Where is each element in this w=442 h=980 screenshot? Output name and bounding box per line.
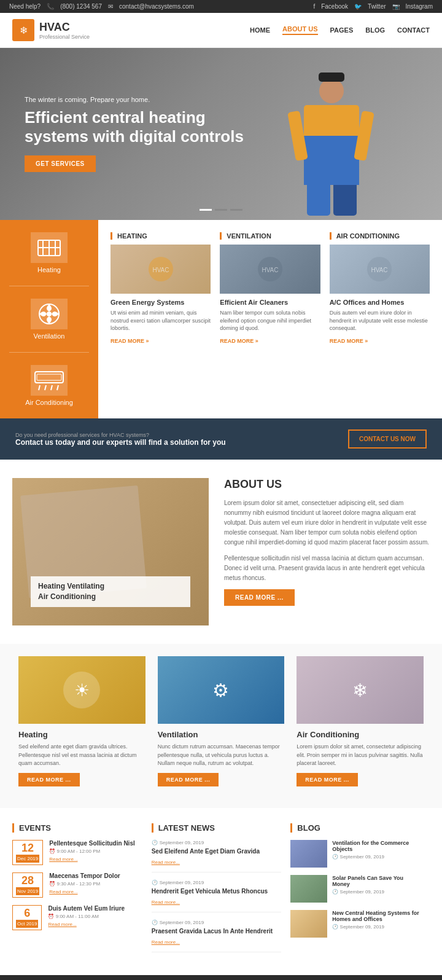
event-date-box-3: 6 Oct 2019: [12, 905, 42, 930]
email-address: contact@hvacsystems.com: [119, 3, 194, 10]
event-date-box-2: 28 Nov 2019: [12, 872, 43, 898]
tw-label[interactable]: Twitter: [368, 3, 386, 10]
service-card-heating: HEATING HVAC Green Energy Systems Ut wis…: [110, 232, 211, 406]
about-p1: Lorem ipsum dolor sit amet, consectetuer…: [224, 498, 430, 547]
sidebar-item-heating[interactable]: Heating: [31, 232, 68, 273]
event-day-3: 6: [16, 907, 38, 919]
hero-content: The winter is coming. Prepare your home.…: [0, 77, 282, 190]
ac-title: A/C Offices and Homes: [330, 299, 430, 306]
hero-section: The winter is coming. Prepare your home.…: [0, 48, 442, 220]
nav-pages[interactable]: PAGES: [330, 26, 354, 34]
header: ❄ HVAC Professional Service HOME ABOUT U…: [0, 13, 442, 48]
blog-img-1: [290, 840, 327, 868]
event-info-1: Pellentesque Sollicitudin Nisl ⏰ 9:00 AM…: [49, 840, 134, 863]
hero-cta-button[interactable]: GET SERVICES: [25, 155, 96, 172]
event-readmore-2[interactable]: Read more...: [49, 889, 77, 895]
svg-line-12: [57, 385, 58, 390]
top-bar: Need help? 📞 (800) 1234 567 ✉ contact@hv…: [0, 0, 442, 13]
blog-info-2: Solar Panels Can Save You Money 🕐 Septem…: [332, 875, 421, 903]
blog-item-2: Solar Panels Can Save You Money 🕐 Septem…: [290, 875, 421, 903]
nav-blog[interactable]: BLOG: [365, 26, 385, 34]
blog-title-2: Solar Panels Can Save You Money: [332, 875, 421, 887]
ac-header: AIR CONDITIONING: [330, 232, 430, 240]
big-heating-desc: Sed eleifend ante eget diam gravida ultr…: [18, 743, 145, 768]
event-date-box-1: 12 Dec 2019: [12, 840, 43, 865]
news-readmore-1[interactable]: Read more...: [152, 860, 180, 865]
service-card-ventilation: VENTILATION HVAC Efficient Air Cleaners …: [220, 232, 320, 406]
event-readmore-1[interactable]: Read more...: [49, 857, 77, 862]
cta-banner: Do you need professional services for HV…: [0, 418, 442, 460]
ac-readmore[interactable]: READ MORE »: [330, 338, 368, 344]
sidebar-item-ac[interactable]: Air Conditioning: [25, 365, 73, 406]
cta-button[interactable]: CONTACT US NOW: [348, 429, 427, 449]
sidebar-divider-2: [9, 352, 89, 353]
phone-number: (800) 1234 567: [60, 3, 102, 10]
event-month-3: Oct 2019: [16, 920, 38, 928]
news-column: LATEST NEWS 🕐 September 09, 2019 Sed Ele…: [152, 823, 291, 960]
about-content: ABOUT US Lorem ipsum dolor sit amet, con…: [224, 478, 430, 625]
nav-about[interactable]: ABOUT US: [282, 25, 317, 35]
svg-line-9: [39, 385, 40, 390]
news-readmore-3[interactable]: Read more...: [152, 939, 180, 945]
big-heating-readmore[interactable]: READ MORE ...: [18, 773, 80, 786]
svg-rect-8: [37, 374, 61, 380]
ac-desc: Duis autem vel eum iriure dolor in hendr…: [330, 309, 430, 332]
svg-line-10: [45, 385, 46, 390]
nav-home[interactable]: HOME: [250, 26, 270, 34]
news-item-1: 🕐 September 09, 2019 Sed Eleifend Ante E…: [152, 840, 282, 872]
fb-icon: f: [313, 3, 315, 10]
services-section: Heating Ventilation: [0, 220, 442, 418]
news-title-2: Hendrerit Eget Vehicula Metus Rhoncus: [152, 888, 282, 895]
service-cards-row: ☀ Heating Sed eleifend ante eget diam gr…: [0, 644, 442, 808]
logo-sub: Professional Service: [39, 34, 90, 40]
blog-header: BLOG: [290, 823, 421, 833]
event-item-3: 6 Oct 2019 Duis Autem Vel Eum Iriure ⏰ 9…: [12, 905, 142, 930]
sidebar-ac-label: Air Conditioning: [25, 399, 73, 406]
about-image: Heating Ventilating Air Conditioning: [12, 478, 209, 625]
services-content: HEATING HVAC Green Energy Systems Ut wis…: [98, 220, 442, 418]
heating-img: HVAC: [110, 245, 211, 294]
logo: ❄ HVAC Professional Service: [12, 19, 90, 41]
heating-header: HEATING: [110, 232, 211, 240]
event-readmore-3[interactable]: Read more...: [48, 922, 76, 927]
svg-text:HVAC: HVAC: [371, 267, 388, 273]
event-title-1: Pellentesque Sollicitudin Nisl: [49, 840, 134, 847]
about-section: Heating Ventilating Air Conditioning ABO…: [0, 460, 442, 644]
big-ac-readmore[interactable]: READ MORE ...: [297, 773, 358, 786]
cta-text: Do you need professional services for HV…: [15, 432, 226, 447]
news-item-2: 🕐 September 09, 2019 Hendrerit Eget Vehi…: [152, 880, 282, 912]
sidebar-item-ventilation[interactable]: Ventilation: [31, 299, 68, 340]
big-heating-title: Heating: [18, 730, 145, 739]
main-nav: HOME ABOUT US PAGES BLOG CONTACT: [250, 25, 430, 35]
nav-contact[interactable]: CONTACT: [397, 26, 430, 34]
blog-img-3: [290, 910, 327, 938]
blog-info-1: Ventilation for the Commerce Objects 🕐 S…: [332, 840, 421, 868]
ac-img: HVAC: [330, 245, 430, 294]
event-time-1: ⏰ 9:00 AM - 12:00 PM: [49, 849, 134, 854]
blog-info-3: New Central Heating Systems for Homes an…: [332, 910, 421, 938]
blog-date-1: 🕐 September 09, 2019: [332, 854, 421, 860]
ventilation-desc: Nam liber tempor cum soluta nobis eleife…: [220, 309, 320, 332]
ig-label[interactable]: Instagram: [406, 3, 433, 10]
sidebar-divider-1: [9, 286, 89, 286]
logo-text-block: HVAC Professional Service: [39, 21, 90, 40]
news-date-3: 🕐 September 09, 2019: [152, 920, 282, 925]
big-ventilation-readmore[interactable]: READ MORE ...: [158, 773, 219, 786]
footer: ❄ HVAC Professional Service 📞 (800) 1234…: [0, 975, 442, 981]
hero-dot-3[interactable]: [230, 209, 242, 211]
heating-readmore[interactable]: READ MORE »: [110, 338, 149, 344]
ventilation-readmore[interactable]: READ MORE »: [220, 338, 258, 344]
help-text: Need help?: [9, 3, 41, 10]
events-column: EVENTS 12 Dec 2019 Pellentesque Sollicit…: [12, 823, 152, 960]
hero-dot-2[interactable]: [215, 209, 227, 211]
event-day-1: 12: [16, 842, 39, 853]
event-info-3: Duis Autem Vel Eum Iriure ⏰ 9:00 AM - 11…: [48, 905, 125, 928]
about-readmore-button[interactable]: READ MORE ...: [224, 589, 295, 606]
news-readmore-2[interactable]: Read more...: [152, 900, 180, 905]
hero-dots: [200, 209, 242, 211]
heating-icon: [31, 232, 68, 263]
fb-label[interactable]: Facebook: [321, 3, 348, 10]
hero-dot-1[interactable]: [200, 209, 212, 211]
big-card-heating: ☀ Heating Sed eleifend ante eget diam gr…: [12, 656, 152, 796]
sidebar-ventilation-label: Ventilation: [31, 332, 68, 340]
